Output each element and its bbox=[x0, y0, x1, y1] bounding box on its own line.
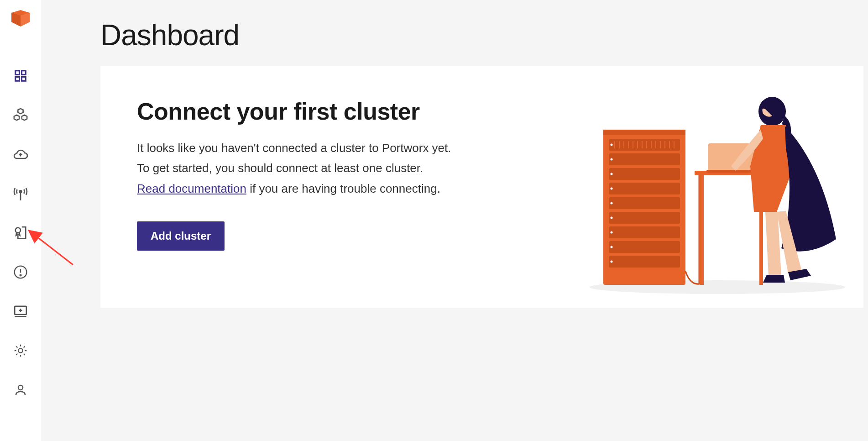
svg-point-45 bbox=[611, 188, 613, 190]
onboarding-illustration bbox=[580, 84, 854, 294]
page-header: Dashboard bbox=[41, 0, 868, 66]
onboarding-line-2: To get started, you should connect at le… bbox=[137, 159, 451, 177]
sidebar-item-monitor[interactable] bbox=[10, 301, 31, 323]
svg-point-46 bbox=[611, 202, 613, 205]
sidebar-item-settings[interactable] bbox=[10, 341, 31, 362]
add-cluster-button[interactable]: Add cluster bbox=[137, 221, 225, 251]
svg-rect-23 bbox=[609, 197, 680, 209]
read-documentation-link[interactable]: Read documentation bbox=[137, 182, 246, 195]
onboarding-line-3: Read documentation if you are having tro… bbox=[137, 179, 451, 198]
svg-rect-3 bbox=[22, 77, 26, 81]
app-logo[interactable] bbox=[10, 9, 31, 35]
onboarding-text-block: Connect your first cluster It looks like… bbox=[137, 98, 451, 251]
gear-icon bbox=[13, 343, 28, 360]
svg-point-44 bbox=[611, 173, 613, 175]
svg-rect-0 bbox=[16, 71, 20, 75]
sidebar-item-user[interactable] bbox=[10, 380, 31, 402]
grid-icon bbox=[14, 69, 27, 84]
sidebar-item-alerts[interactable] bbox=[10, 262, 31, 284]
sidebar-item-clusters[interactable] bbox=[10, 105, 31, 127]
certificate-icon bbox=[13, 225, 28, 242]
svg-rect-27 bbox=[609, 256, 680, 268]
svg-point-42 bbox=[611, 144, 613, 146]
sidebar-item-dashboard[interactable] bbox=[10, 66, 31, 88]
svg-point-8 bbox=[20, 274, 21, 276]
svg-rect-21 bbox=[609, 168, 680, 180]
svg-point-4 bbox=[20, 190, 22, 193]
onboarding-line-3-suffix: if you are having trouble connecting. bbox=[246, 182, 440, 195]
cloud-upload-icon bbox=[12, 146, 29, 164]
svg-rect-2 bbox=[16, 77, 20, 81]
boxes-icon bbox=[13, 107, 28, 125]
antenna-icon bbox=[12, 185, 29, 204]
user-icon bbox=[14, 383, 27, 399]
svg-rect-18 bbox=[603, 130, 685, 135]
svg-rect-20 bbox=[609, 153, 680, 165]
svg-rect-26 bbox=[609, 241, 680, 253]
svg-point-14 bbox=[18, 385, 23, 390]
page-title: Dashboard bbox=[100, 18, 868, 52]
svg-rect-22 bbox=[609, 183, 680, 194]
monitor-plus-icon bbox=[13, 304, 28, 321]
main-content: Dashboard Connect your first cluster It … bbox=[41, 0, 868, 441]
svg-rect-1 bbox=[22, 71, 26, 75]
sidebar-item-network[interactable] bbox=[10, 184, 31, 205]
svg-point-43 bbox=[611, 158, 613, 161]
onboarding-line-1: It looks like you haven't connected a cl… bbox=[137, 139, 451, 157]
svg-rect-24 bbox=[609, 212, 680, 224]
sidebar bbox=[0, 0, 41, 441]
svg-rect-25 bbox=[609, 226, 680, 238]
svg-point-47 bbox=[611, 217, 613, 219]
onboarding-title: Connect your first cluster bbox=[137, 98, 451, 125]
svg-point-50 bbox=[611, 261, 613, 263]
alert-circle-icon bbox=[13, 265, 28, 281]
svg-point-49 bbox=[611, 246, 613, 248]
svg-point-48 bbox=[611, 231, 613, 234]
svg-rect-52 bbox=[700, 175, 704, 285]
sidebar-item-cloud[interactable] bbox=[10, 144, 31, 166]
svg-point-13 bbox=[18, 348, 22, 352]
svg-rect-55 bbox=[706, 170, 756, 173]
onboarding-card: Connect your first cluster It looks like… bbox=[100, 66, 863, 308]
sidebar-item-certificate[interactable] bbox=[10, 223, 31, 245]
svg-point-5 bbox=[16, 228, 21, 233]
